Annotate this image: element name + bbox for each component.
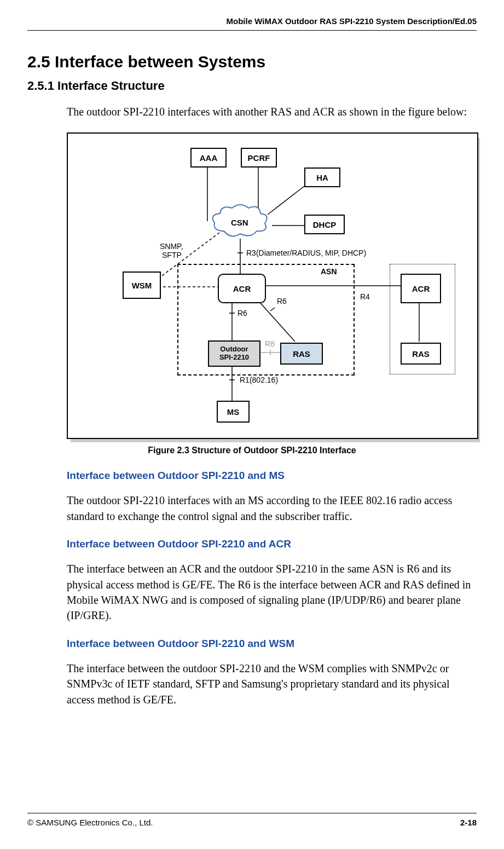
acr-box: ACR [218,274,266,303]
header-title: Mobile WiMAX Outdoor RAS SPI-2210 System… [227,16,477,26]
sftp-label: SFTP [162,251,182,259]
pcrf-box: PCRF [241,148,277,168]
subsection-heading: 2.5.1 Interface Structure [27,79,477,93]
r1-label: R1(802.16) [240,376,278,384]
page-footer: © SAMSUNG Electronics Co., Ltd. 2-18 [27,813,477,827]
page-header: Mobile WiMAX Outdoor RAS SPI-2210 System… [27,16,477,31]
intro-paragraph: The outdoor SPI-2210 interfaces with ano… [67,104,477,119]
paragraph-acr: The interface between an ACR and the out… [67,561,477,623]
aaa-box: AAA [190,148,227,168]
r6-label-b: R6 [277,297,287,305]
subheading-wsm: Interface between Outdoor SPI-2210 and W… [67,638,477,650]
ras-box: RAS [280,343,323,365]
subheading-ms: Interface between Outdoor SPI-2210 and M… [67,470,477,482]
footer-copyright: © SAMSUNG Electronics Co., Ltd. [27,818,153,827]
svg-line-2 [268,183,309,215]
wsm-box: WSM [123,272,161,299]
paragraph-wsm: The interface between the outdoor SPI-22… [67,661,477,707]
r8-label: R8 [265,339,275,348]
acr2-box: ACR [401,274,441,303]
csn-label: CSN [231,218,248,227]
subheading-acr: Interface between Outdoor SPI-2210 and A… [67,538,477,550]
r6-label-a: R6 [237,309,247,317]
figure-caption: Figure 2.3 Structure of Outdoor SPI-2210… [27,446,477,455]
footer-page: 2-18 [460,818,477,827]
page: Mobile WiMAX Outdoor RAS SPI-2210 System… [0,0,504,849]
r3-label: R3(Diameter/RADIUS, MIP, DHCP) [246,249,366,257]
ms-box: MS [217,401,250,423]
snmp-label: SNMP, [160,242,183,251]
paragraph-ms: The outdoor SPI-2210 interfaces with an … [67,493,477,524]
section-heading: 2.5 Interface between Systems [27,53,477,71]
r4-label: R4 [360,292,370,301]
outdoor-spi-box: Outdoor SPI-2210 [208,340,260,367]
asn-label: ASN [321,267,337,276]
csn-cloud: CSN [210,204,270,241]
dhcp-box: DHCP [304,215,345,234]
asn-region [177,264,355,376]
ha-box: HA [304,168,340,187]
diagram-container: CSN AAA PCRF HA DHCP WSM ASN ACR ACR Out… [67,132,478,439]
ras2-box: RAS [401,343,441,365]
